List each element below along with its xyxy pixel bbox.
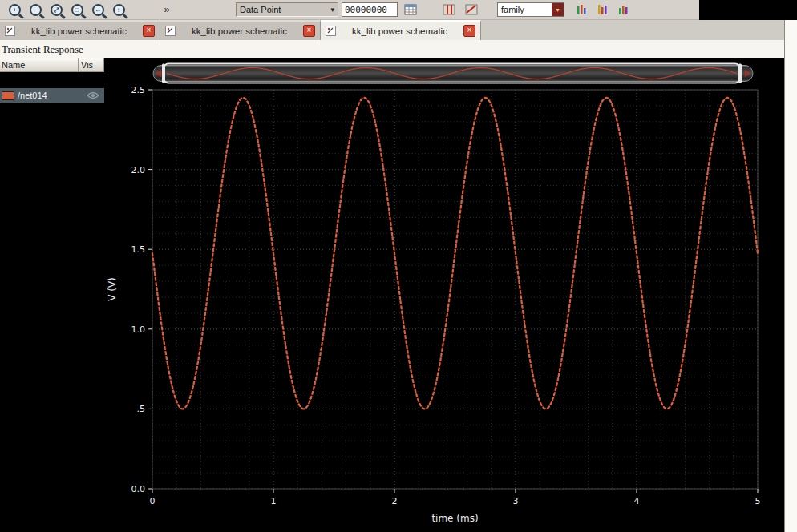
overlay-plot-icon[interactable] [572, 2, 592, 18]
vertical-marker-icon[interactable] [439, 2, 459, 18]
family-combo[interactable]: family ▾ [497, 2, 564, 17]
tab-bar: kk_lib power schematic × kk_lib power sc… [0, 20, 784, 41]
toolbar: + − ⤢ □ ↔ ↕ » Data Point ▾ family ▾ [0, 0, 699, 20]
svg-text:V (V): V (V) [107, 277, 118, 301]
svg-text:time (ms): time (ms) [431, 513, 478, 524]
tab-close-icon[interactable]: × [303, 25, 315, 37]
range-right-handle[interactable] [738, 64, 742, 83]
magnifier-icon: + [9, 4, 21, 16]
svg-text:3: 3 [513, 496, 519, 506]
svg-text:2.5: 2.5 [131, 85, 146, 95]
composite-plot-icon[interactable] [614, 2, 633, 18]
magnifier-icon: ⤢ [51, 4, 63, 16]
name-column-header: Name [0, 58, 79, 71]
zoom-y-icon[interactable]: ↕ [109, 2, 128, 18]
trace-color-swatch [2, 91, 14, 100]
waveform-window-icon [165, 26, 176, 36]
svg-text:.5: .5 [137, 404, 146, 414]
tab-close-icon[interactable]: × [143, 25, 155, 37]
svg-text:2: 2 [392, 496, 398, 506]
zoom-fit-glyph: ⤢ [52, 6, 61, 14]
eye-icon [87, 91, 99, 99]
svg-text:1.0: 1.0 [131, 324, 146, 335]
svg-text:0.0: 0.0 [131, 484, 146, 494]
zoom-x-icon[interactable]: ↔ [88, 2, 107, 18]
family-combo-label: family [501, 5, 524, 14]
overview-scrollbar[interactable] [152, 62, 754, 85]
range-left-handle[interactable] [162, 64, 165, 83]
zoom-y-glyph: ↕ [115, 6, 123, 14]
svg-text:0: 0 [150, 496, 156, 506]
zoom-box-glyph: □ [73, 6, 82, 14]
waveform-window-icon [5, 26, 15, 36]
colored-bars-icon [597, 3, 609, 16]
waveform-window-icon [326, 26, 336, 36]
marker-bars-icon [443, 3, 455, 16]
magnifier-icon: ↔ [92, 4, 104, 16]
colored-bars-icon [576, 3, 589, 16]
data-point-combo[interactable]: Data Point ▾ [236, 2, 338, 17]
tab-kk-lib-power-schematic-3-active[interactable]: kk_lib power schematic × [321, 20, 481, 40]
tab-label: kk_lib power schematic [20, 26, 138, 36]
zoom-out-glyph: − [31, 6, 40, 14]
signal-list-header: Name Vis [0, 58, 104, 72]
svg-text:2.0: 2.0 [131, 165, 146, 175]
zoom-out-icon[interactable]: − [26, 2, 45, 18]
marker-ruler-icon [465, 3, 478, 16]
table-icon[interactable] [401, 2, 420, 18]
tab-kk-lib-power-schematic-2[interactable]: kk_lib power schematic × [160, 20, 321, 40]
strip-plot-icon[interactable] [593, 2, 613, 18]
plot-header: Transient Response [0, 40, 784, 58]
visibility-eye-icon[interactable] [83, 91, 103, 99]
svg-text:1.5: 1.5 [131, 244, 146, 255]
colored-bars-icon [617, 3, 630, 16]
chevron-down-icon[interactable]: ▾ [552, 3, 564, 16]
signal-row-net014[interactable]: /net014 [0, 88, 104, 103]
page-title: Transient Response [2, 43, 83, 56]
zoom-in-icon[interactable]: + [5, 2, 24, 18]
signal-name: /net014 [18, 91, 80, 100]
right-scrollbar-track[interactable] [784, 20, 797, 532]
tab-label: kk_lib power schematic [341, 26, 459, 36]
tab-label: kk_lib power schematic [180, 26, 298, 36]
toolbar-right-filler [699, 0, 797, 20]
magnifier-icon: □ [71, 4, 83, 16]
zoom-x-glyph: ↔ [94, 6, 103, 14]
magnifier-icon: − [30, 4, 42, 16]
vis-column-header: Vis [79, 60, 103, 70]
zoom-in-glyph: + [10, 6, 19, 14]
chevron-down-icon: ▾ [330, 6, 334, 14]
plot-area: 0123450.0.51.01.52.02.5time (ms)V (V) [104, 58, 786, 532]
tab-kk-lib-power-schematic-1[interactable]: kk_lib power schematic × [0, 20, 160, 40]
waveform-plot[interactable]: 0123450.0.51.01.52.02.5time (ms)V (V) [104, 58, 786, 532]
data-point-combo-label: Data Point [240, 5, 281, 14]
toolbar-overflow-chevron[interactable]: » [159, 2, 175, 18]
table-grid-icon [404, 3, 417, 16]
zoom-fit-icon[interactable]: ⤢ [47, 2, 66, 18]
signal-list-panel: Name Vis /net014 [0, 58, 104, 532]
value-input[interactable] [342, 2, 398, 17]
magnifier-icon: ↕ [113, 4, 125, 16]
svg-text:1: 1 [271, 496, 277, 506]
tab-close-icon[interactable]: × [463, 25, 475, 37]
svg-text:4: 4 [634, 496, 640, 506]
svg-text:5: 5 [755, 496, 761, 506]
zoom-box-icon[interactable]: □ [67, 2, 87, 18]
horizontal-marker-icon[interactable] [462, 2, 481, 18]
